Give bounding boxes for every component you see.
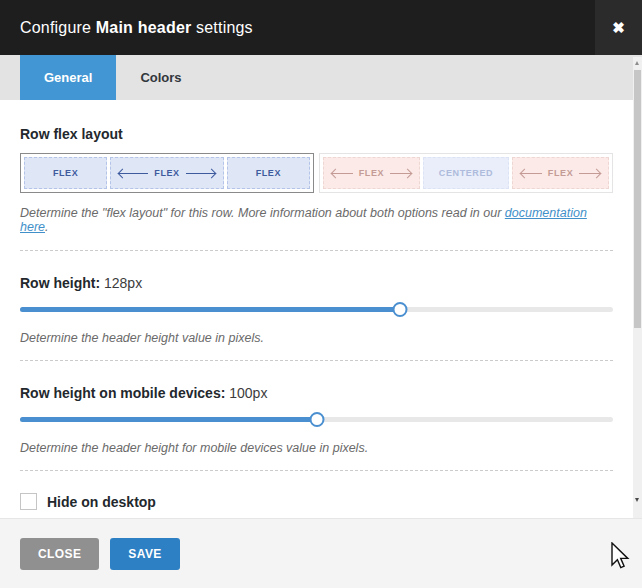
arrow-right-icon <box>390 173 412 174</box>
dialog-content: Row flex layout FLEX FLEX FLEX FLEX CENT… <box>0 100 633 518</box>
flex-cell-label: CENTERED <box>439 168 493 178</box>
row-height-slider[interactable] <box>20 302 613 317</box>
row-height-value: 128px <box>104 275 142 291</box>
tab-colors[interactable]: Colors <box>116 55 205 100</box>
flex-cell: CENTERED <box>423 157 509 189</box>
hide-on-desktop-label: Hide on desktop <box>47 494 156 510</box>
title-prefix: Configure <box>20 19 91 36</box>
slider-handle[interactable] <box>392 302 407 317</box>
scrollbar[interactable] <box>633 57 642 518</box>
flex-cell: FLEX <box>323 157 420 189</box>
slider-fill <box>20 417 317 422</box>
dialog-header: Configure Main header settings ✖ <box>0 0 642 55</box>
scroll-down-icon[interactable] <box>635 498 639 502</box>
separator <box>20 250 613 251</box>
flex-layout-option-default[interactable]: FLEX FLEX FLEX <box>20 153 314 193</box>
close-icon[interactable]: ✖ <box>595 0 642 55</box>
flex-cell-label: FLEX <box>548 168 573 178</box>
help-text: Determine the "flex layout" for this row… <box>20 206 505 220</box>
hide-on-desktop-row[interactable]: Hide on desktop <box>20 493 613 510</box>
flex-cell-label: FLEX <box>154 168 179 178</box>
separator <box>20 470 613 471</box>
title-suffix: settings <box>196 19 253 36</box>
tab-general[interactable]: General <box>20 55 116 100</box>
mobile-height-value: 100px <box>229 385 267 401</box>
arrow-right-icon <box>579 173 601 174</box>
dialog-footer: CLOSE SAVE <box>0 518 642 588</box>
row-height-help: Determine the header height value in pix… <box>20 331 613 345</box>
mobile-height-heading: Row height on mobile devices: 100px <box>20 385 613 401</box>
flex-cell-label: FLEX <box>256 168 281 178</box>
row-height-heading: Row height: 128px <box>20 275 613 291</box>
flex-cell-label: FLEX <box>359 168 384 178</box>
flex-layout-option-centered[interactable]: FLEX CENTERED FLEX <box>319 153 613 193</box>
mobile-height-label: Row height on mobile devices: <box>20 385 225 401</box>
flex-cell: FLEX <box>110 157 224 189</box>
title-subject: Main header <box>96 19 192 36</box>
mobile-height-help: Determine the header height for mobile d… <box>20 441 613 455</box>
row-height-label: Row height: <box>20 275 100 291</box>
scrollbar-thumb[interactable] <box>634 70 641 328</box>
separator <box>20 360 613 361</box>
scroll-up-icon[interactable] <box>635 61 639 65</box>
flex-cell: FLEX <box>512 157 609 189</box>
arrow-right-icon <box>186 173 216 174</box>
arrow-left-icon <box>520 173 542 174</box>
close-button[interactable]: CLOSE <box>20 538 99 570</box>
flex-cell-label: FLEX <box>53 168 78 178</box>
flex-cell: FLEX <box>24 157 107 189</box>
arrow-left-icon <box>331 173 353 174</box>
dialog-title: Configure Main header settings <box>20 19 253 37</box>
flex-layout-heading: Row flex layout <box>20 126 613 142</box>
hide-on-desktop-checkbox[interactable] <box>20 493 37 510</box>
flex-cell: FLEX <box>227 157 310 189</box>
mobile-height-slider[interactable] <box>20 412 613 427</box>
tab-bar: General Colors <box>0 55 642 100</box>
save-button[interactable]: SAVE <box>110 538 179 570</box>
flex-layout-selector: FLEX FLEX FLEX FLEX CENTERED FLEX <box>20 153 613 193</box>
slider-handle[interactable] <box>309 412 324 427</box>
help-text: . <box>45 220 48 234</box>
arrow-left-icon <box>118 173 148 174</box>
slider-fill <box>20 307 400 312</box>
flex-layout-help: Determine the "flex layout" for this row… <box>20 206 613 234</box>
